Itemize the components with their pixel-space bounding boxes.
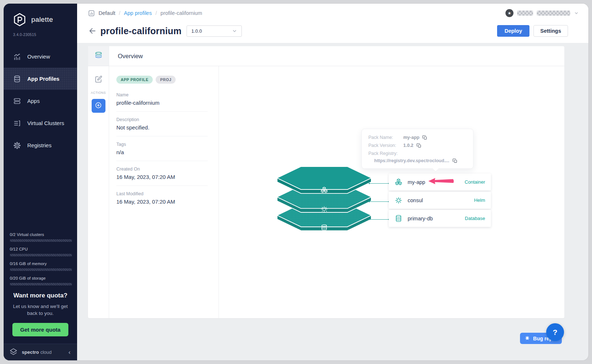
sidebar-item-virtual-clusters[interactable]: Virtual Clusters bbox=[4, 112, 77, 134]
app-window: palette 3.4.0-230515 Overview bbox=[4, 4, 588, 360]
bar-chart-icon bbox=[13, 53, 21, 61]
connector-line bbox=[369, 183, 389, 184]
tooltip-pack-version: Pack Version: 1.0.2 bbox=[368, 143, 467, 148]
database-stack-icon bbox=[13, 75, 21, 83]
gear-icon bbox=[13, 141, 21, 149]
quota-bar bbox=[10, 254, 72, 256]
breadcrumb-app-profiles[interactable]: App profiles bbox=[124, 10, 152, 16]
annotation-arrow-icon bbox=[428, 177, 455, 185]
cluster-list-icon bbox=[13, 119, 21, 127]
app-profile-stack-diagram bbox=[277, 167, 371, 232]
app-profile-badge: APP PROFILE bbox=[116, 76, 153, 84]
overview-tab-title: Overview bbox=[109, 46, 564, 66]
sidebar-item-label: Virtual Clusters bbox=[27, 120, 64, 126]
chevron-down-icon bbox=[232, 28, 237, 33]
page-header: profile-californium 1.0.0 Deploy Setting… bbox=[77, 19, 588, 43]
breadcrumb-project[interactable]: Default bbox=[99, 10, 115, 16]
brand-row: palette bbox=[4, 4, 77, 27]
sidebar-item-registries[interactable]: Registries bbox=[4, 134, 77, 156]
quota-memory: 0/16 GiB of memory bbox=[10, 261, 72, 271]
card-main: Overview APP PROFILE PROJ Name profile-c… bbox=[109, 46, 564, 318]
tooltip-pack-registry: Pack Registry: https://registry.dev.spec… bbox=[368, 151, 467, 163]
pack-tooltip: Pack Name: my-app bbox=[361, 129, 473, 169]
database-icon bbox=[395, 215, 403, 223]
sidebar-item-apps[interactable]: Apps bbox=[4, 90, 77, 112]
copy-icon[interactable] bbox=[452, 158, 457, 163]
breadcrumb-separator: / bbox=[119, 10, 120, 16]
quota-bar bbox=[10, 283, 72, 285]
profile-details-panel: APP PROFILE PROJ Name profile-californiu… bbox=[109, 66, 219, 318]
user-menu-chevron-down-icon[interactable] bbox=[574, 11, 579, 16]
bug-icon bbox=[524, 335, 530, 342]
pack-row-consul[interactable]: consul Helm bbox=[389, 192, 491, 209]
sidebar-nav: Overview App Profiles bbox=[4, 45, 77, 156]
quota-storage: 0/20 GiB of storage bbox=[10, 276, 72, 285]
container-cubes-icon bbox=[395, 178, 403, 186]
quota-section: 0/2 Virtual clusters 0/12 CPU 0/16 GiB o… bbox=[4, 232, 77, 291]
add-tier-button[interactable] bbox=[92, 99, 105, 113]
quota-promo: Want more quota? Let us know and we'll g… bbox=[4, 291, 77, 336]
field-created-on: Created On 16 May, 2023, 07:20 AM bbox=[116, 167, 208, 186]
badges-row: APP PROFILE PROJ bbox=[116, 76, 208, 84]
promo-title: Want more quota? bbox=[10, 292, 71, 299]
sidebar-item-overview[interactable]: Overview bbox=[4, 45, 77, 68]
plus-circle-icon bbox=[95, 101, 102, 110]
sidebar-collapse-button[interactable]: ‹ bbox=[68, 349, 71, 355]
connector-line bbox=[369, 201, 389, 202]
star-button[interactable]: ★ bbox=[505, 9, 513, 17]
help-button[interactable]: ? bbox=[546, 323, 564, 341]
user-name-redacted bbox=[537, 11, 570, 16]
copy-icon[interactable] bbox=[422, 135, 427, 140]
servers-icon bbox=[13, 97, 21, 105]
sidebar-item-label: App Profiles bbox=[27, 76, 59, 82]
breadcrumb-current: profile-californium bbox=[160, 10, 202, 16]
build-version: 3.4.0-230515 bbox=[4, 27, 77, 37]
user-name-redacted bbox=[517, 11, 533, 16]
main-area: Default / App profiles / profile-califor… bbox=[77, 4, 588, 360]
edit-pencil-icon bbox=[94, 75, 103, 85]
field-description: Description Not specified. bbox=[116, 117, 208, 136]
spectro-cloud-logo-icon bbox=[9, 347, 18, 358]
brand-name: palette bbox=[31, 16, 53, 24]
profile-card: ACTIONS Overview bbox=[88, 46, 564, 318]
get-more-quota-button[interactable]: Get more quota bbox=[12, 323, 69, 336]
sidebar-item-app-profiles[interactable]: App Profiles bbox=[4, 68, 77, 90]
quota-cpu: 0/12 CPU bbox=[10, 247, 72, 256]
palette-logo-icon bbox=[12, 12, 27, 27]
tooltip-pack-name: Pack Name: my-app bbox=[368, 135, 467, 140]
helm-icon bbox=[395, 196, 403, 204]
connector-line bbox=[369, 219, 389, 220]
sidebar-item-label: Overview bbox=[27, 53, 50, 60]
tab-edit[interactable] bbox=[94, 75, 103, 85]
layers-icon bbox=[94, 51, 103, 61]
copy-icon[interactable] bbox=[416, 143, 421, 148]
profile-diagram-canvas: Pack Name: my-app bbox=[219, 66, 564, 318]
field-name: Name profile-californium bbox=[116, 92, 208, 112]
field-last-modified: Last Modified 16 May, 2023, 07:20 AM bbox=[116, 191, 208, 210]
content-area: ACTIONS Overview bbox=[77, 43, 588, 360]
quota-virtual-clusters: 0/2 Virtual clusters bbox=[10, 232, 72, 242]
sidebar: palette 3.4.0-230515 Overview bbox=[4, 4, 77, 360]
footer-brand-secondary: cloud bbox=[40, 349, 52, 355]
field-tags: Tags n/a bbox=[116, 142, 208, 161]
tab-overview-layers[interactable] bbox=[88, 46, 109, 66]
footer-brand-primary: spectro bbox=[22, 349, 39, 355]
page-title: profile-californium bbox=[100, 26, 181, 36]
sidebar-item-label: Apps bbox=[27, 98, 40, 104]
sidebar-footer: spectro cloud ‹ bbox=[4, 344, 77, 360]
project-dashboard-icon bbox=[88, 10, 95, 17]
back-button[interactable] bbox=[88, 27, 97, 35]
sidebar-item-label: Registries bbox=[27, 142, 52, 148]
quota-bar bbox=[10, 268, 72, 271]
version-select[interactable]: 1.0.0 bbox=[187, 25, 242, 37]
proj-badge: PROJ bbox=[156, 76, 176, 84]
promo-body: Let us know and we'll get back to you. bbox=[10, 303, 71, 317]
settings-button[interactable]: Settings bbox=[533, 25, 568, 37]
version-select-value: 1.0.0 bbox=[191, 28, 202, 34]
pack-row-primary-db[interactable]: primary-db Database bbox=[389, 210, 491, 227]
deploy-button[interactable]: Deploy bbox=[497, 25, 529, 37]
topbar: Default / App profiles / profile-califor… bbox=[77, 4, 588, 43]
breadcrumb-separator: / bbox=[155, 10, 157, 16]
actions-label: ACTIONS bbox=[91, 91, 106, 95]
breadcrumb: Default / App profiles / profile-califor… bbox=[77, 4, 588, 19]
